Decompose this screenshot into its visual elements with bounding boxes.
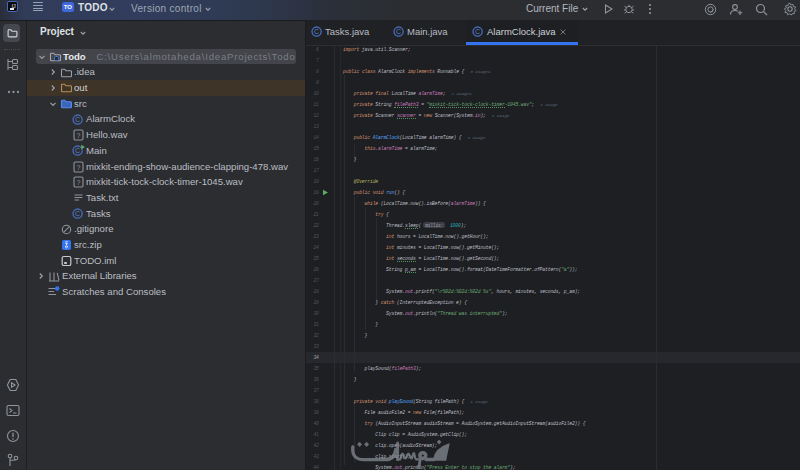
svg-text:?: ? — [77, 179, 81, 186]
svg-text:C: C — [475, 28, 480, 35]
svg-text:?: ? — [77, 132, 81, 139]
svg-text:?: ? — [77, 163, 81, 170]
svg-text:C: C — [75, 210, 80, 217]
svg-text:C: C — [396, 28, 401, 35]
svg-text:C: C — [75, 116, 80, 123]
